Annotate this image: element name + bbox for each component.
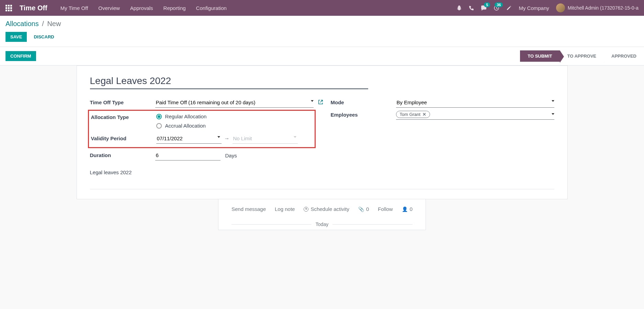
activities-badge: 36 <box>495 2 503 7</box>
status-steps: TO SUBMIT TO APPROVE APPROVED <box>520 50 644 62</box>
discard-button[interactable]: DISCARD <box>29 32 59 42</box>
allocation-type-radio-group: Regular Allocation Accrual Allocation <box>156 112 313 130</box>
mode-input[interactable] <box>396 97 554 108</box>
chatter-date-separator: Today <box>316 222 328 227</box>
status-approved[interactable]: APPROVED <box>604 50 644 62</box>
employees-field[interactable]: Tom Grant ✕ <box>396 110 554 120</box>
control-panel: Allocations / New SAVE DISCARD <box>0 16 644 47</box>
attach-count: 0 <box>366 206 369 212</box>
breadcrumb-current: New <box>47 20 61 27</box>
breadcrumb-parent[interactable]: Allocations <box>5 20 39 27</box>
apps-menu-icon[interactable] <box>5 5 12 11</box>
tools-icon[interactable] <box>506 5 512 11</box>
app-title: Time Off <box>20 4 47 12</box>
log-note-button[interactable]: Log note <box>275 206 295 212</box>
messages-icon[interactable]: 5 <box>481 5 487 11</box>
header-right: 5 36 My Company Mitchell Admin (17320762… <box>456 3 639 12</box>
top-header: Time Off My Time Off Overview Approvals … <box>0 0 644 16</box>
followers-button[interactable]: 👤 0 <box>402 206 413 212</box>
arrow-right-icon: → <box>224 135 230 142</box>
label-time-off-type: Time Off Type <box>90 97 155 105</box>
duration-unit: Days <box>225 153 237 158</box>
duration-input[interactable] <box>155 150 221 161</box>
nav-overview[interactable]: Overview <box>98 5 120 11</box>
label-duration: Duration <box>90 150 155 158</box>
chevron-down-icon[interactable] <box>311 100 314 102</box>
confirm-button[interactable]: CONFIRM <box>5 51 36 61</box>
nav-reporting[interactable]: Reporting <box>163 5 186 11</box>
nav-approvals[interactable]: Approvals <box>130 5 153 11</box>
form-right-column: Mode Employees Tom Grant ✕ <box>331 97 554 186</box>
close-icon[interactable]: ✕ <box>422 112 426 117</box>
user-menu[interactable]: Mitchell Admin (17320762-15-0-a <box>556 3 639 12</box>
status-to-approve[interactable]: TO APPROVE <box>560 50 604 62</box>
follower-count: 0 <box>410 206 413 212</box>
nav-menu: My Time Off Overview Approvals Reporting… <box>60 5 227 11</box>
title-input[interactable] <box>90 74 368 89</box>
clock-icon <box>304 207 308 212</box>
highlight-box: Allocation Type Regular Allocation Accru… <box>88 110 316 148</box>
send-message-button[interactable]: Send message <box>231 206 266 212</box>
form-left-column: Time Off Type Allocation Type <box>90 97 314 186</box>
status-bar: CONFIRM TO SUBMIT TO APPROVE APPROVED <box>0 47 644 66</box>
user-name: Mitchell Admin (17320762-15-0-a <box>568 5 639 11</box>
follow-button[interactable]: Follow <box>378 206 393 212</box>
save-button[interactable]: SAVE <box>5 32 27 42</box>
validity-start-input[interactable] <box>156 133 222 144</box>
nav-my-time-off[interactable]: My Time Off <box>60 5 88 11</box>
radio-label-accrual: Accrual Allocation <box>165 123 206 129</box>
employee-tag: Tom Grant ✕ <box>396 111 430 118</box>
radio-accrual-allocation[interactable]: Accrual Allocation <box>156 123 313 129</box>
chevron-down-icon[interactable] <box>217 136 220 138</box>
avatar <box>556 3 565 12</box>
debug-icon[interactable] <box>456 5 462 11</box>
validity-end-input[interactable] <box>233 133 298 144</box>
label-employees: Employees <box>331 110 396 118</box>
chevron-down-icon[interactable] <box>552 100 554 102</box>
breadcrumb: Allocations / New <box>5 20 639 28</box>
time-off-type-input[interactable] <box>155 97 314 108</box>
messages-badge: 5 <box>484 2 490 7</box>
user-icon: 👤 <box>402 206 408 212</box>
chatter: Send message Log note Schedule activity … <box>218 199 426 230</box>
attachments-button[interactable]: 📎 0 <box>358 206 369 212</box>
activities-icon[interactable]: 36 <box>494 5 499 11</box>
schedule-activity-button[interactable]: Schedule activity <box>304 206 349 212</box>
radio-regular-allocation[interactable]: Regular Allocation <box>156 114 313 119</box>
radio-label-regular: Regular Allocation <box>165 114 207 119</box>
label-mode: Mode <box>331 97 396 105</box>
chevron-down-icon[interactable] <box>294 136 296 138</box>
schedule-activity-label: Schedule activity <box>310 206 349 212</box>
divider <box>90 189 554 189</box>
phone-icon[interactable] <box>469 5 474 11</box>
chevron-down-icon[interactable] <box>552 113 554 115</box>
nav-configuration[interactable]: Configuration <box>196 5 227 11</box>
paperclip-icon: 📎 <box>358 206 364 212</box>
company-selector[interactable]: My Company <box>519 5 549 11</box>
label-validity-period: Validity Period <box>91 133 156 141</box>
status-to-submit[interactable]: TO SUBMIT <box>520 50 560 62</box>
description-text[interactable]: Legal leaves 2022 <box>90 169 314 186</box>
form-sheet: Time Off Type Allocation Type <box>77 66 568 199</box>
external-link-icon[interactable] <box>318 99 323 105</box>
employee-tag-label: Tom Grant <box>400 112 421 117</box>
label-allocation-type: Allocation Type <box>91 112 156 120</box>
